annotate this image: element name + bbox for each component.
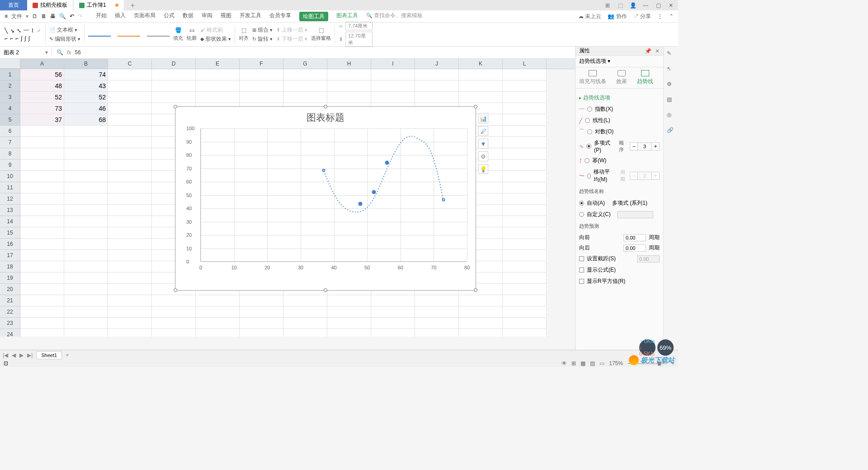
row-header[interactable]: 8 [0,148,20,160]
cell[interactable] [108,273,152,284]
cell[interactable] [283,295,327,306]
cell[interactable] [503,261,547,273]
row-header[interactable]: 7 [0,137,20,148]
cell[interactable] [108,295,152,306]
cell[interactable] [503,205,547,216]
col-header[interactable]: H [327,59,371,69]
cell[interactable] [64,171,108,182]
outline-button[interactable]: ▭ [189,27,194,33]
tab-fill-line[interactable]: 填充与线条 [579,70,606,85]
cell[interactable] [64,250,108,261]
cell[interactable] [240,329,283,337]
cell[interactable] [371,92,415,103]
chart-plot-area[interactable]: 010203040506070809010001020304050607080 [200,128,467,262]
cell[interactable] [503,318,547,329]
cell[interactable] [327,80,371,92]
cell[interactable] [327,295,371,306]
redo-icon[interactable]: ↷ [78,13,82,19]
line-tool-icon[interactable]: ⟋ [36,28,42,34]
cell[interactable] [415,318,459,329]
cell[interactable] [415,306,459,318]
cell[interactable] [20,126,64,137]
row-header[interactable]: 11 [0,182,20,193]
line-tool-icon[interactable]: ⤡ [17,28,21,34]
cell[interactable] [64,227,108,239]
cell[interactable] [64,205,108,216]
cloud-status[interactable]: ☁ 未上云 [578,13,601,20]
cell[interactable] [503,160,547,171]
menu-dev[interactable]: 开发工具 [240,12,261,21]
menu-start[interactable]: 开始 [96,12,107,21]
option-exponential[interactable]: 〰指数(X) [579,103,660,115]
cell[interactable] [20,284,64,295]
cell[interactable] [503,306,547,318]
style-preset[interactable] [147,32,170,37]
share-button[interactable]: ↗ 分享 [633,13,651,20]
row-header[interactable]: 4 [0,103,20,114]
normal-view-icon[interactable]: ▦ [580,360,585,367]
style-icon[interactable]: ✎ [667,50,675,58]
cell[interactable] [503,114,547,126]
group-button[interactable]: ⊞ 组合 ▾ [252,26,273,34]
cell[interactable] [283,306,327,318]
col-header[interactable]: K [459,59,503,69]
row-header[interactable]: 6 [0,126,20,137]
tab-effects[interactable]: 效果 [616,70,627,85]
cell[interactable]: 52 [20,92,64,103]
chart-elements-icon[interactable]: 📊 [478,113,488,123]
cell[interactable] [459,92,503,103]
cell[interactable] [327,318,371,329]
cell[interactable]: 68 [64,114,108,126]
cell[interactable] [108,92,152,103]
line-tool-icon[interactable]: ╲ [5,28,8,34]
cell[interactable] [415,329,459,337]
option-intercept[interactable]: 设置截距(S) [579,253,660,264]
row-header[interactable]: 9 [0,160,20,171]
cell[interactable] [459,69,503,80]
order-increase[interactable]: + [651,142,660,150]
pin-icon[interactable]: 📌 [645,48,651,54]
close-panel-icon[interactable]: ✕ [655,48,660,54]
menu-insert[interactable]: 插入 [115,12,126,21]
cell[interactable] [64,148,108,160]
cell[interactable] [20,227,64,239]
style-preset[interactable] [88,32,111,37]
cell[interactable] [64,261,108,273]
option-show-equation[interactable]: 显示公式(E) [579,264,660,276]
row-header[interactable]: 14 [0,216,20,227]
document-tab[interactable]: 工作簿1 [74,0,124,10]
cell[interactable] [20,160,64,171]
row-header[interactable]: 18 [0,261,20,273]
cell[interactable] [283,329,327,337]
layout-icon[interactable]: ⊞ [604,2,611,9]
backward-input[interactable] [623,244,646,252]
chevron-down-icon[interactable]: ▾ [26,13,28,19]
option-name-custom[interactable]: 自定义(C) [579,209,660,220]
cell[interactable] [459,318,503,329]
cell[interactable] [196,80,240,92]
row-header[interactable]: 22 [0,306,20,318]
cell[interactable] [503,329,547,337]
cell[interactable] [20,216,64,227]
cell[interactable] [20,182,64,193]
preview-icon[interactable]: 🖶 [50,13,56,19]
command-search[interactable]: 🔍 查找命令、搜索模板 [366,12,423,21]
cell[interactable] [64,216,108,227]
cell[interactable] [459,329,503,337]
cell[interactable]: 74 [64,69,108,80]
cell[interactable] [283,318,327,329]
cell[interactable] [196,92,240,103]
cell[interactable] [20,250,64,261]
panel-section-dropdown[interactable]: 趋势线选项 ▾ [576,56,663,67]
cell[interactable] [415,69,459,80]
cell[interactable] [371,69,415,80]
cell[interactable] [108,160,152,171]
cell[interactable] [152,306,196,318]
cell[interactable] [108,306,152,318]
row-header[interactable]: 10 [0,171,20,182]
cell[interactable] [108,171,152,182]
sheet-last-icon[interactable]: ▶| [27,352,33,358]
preview2-icon[interactable]: 🔍 [59,13,66,19]
cell[interactable] [152,69,196,80]
cell[interactable] [20,261,64,273]
